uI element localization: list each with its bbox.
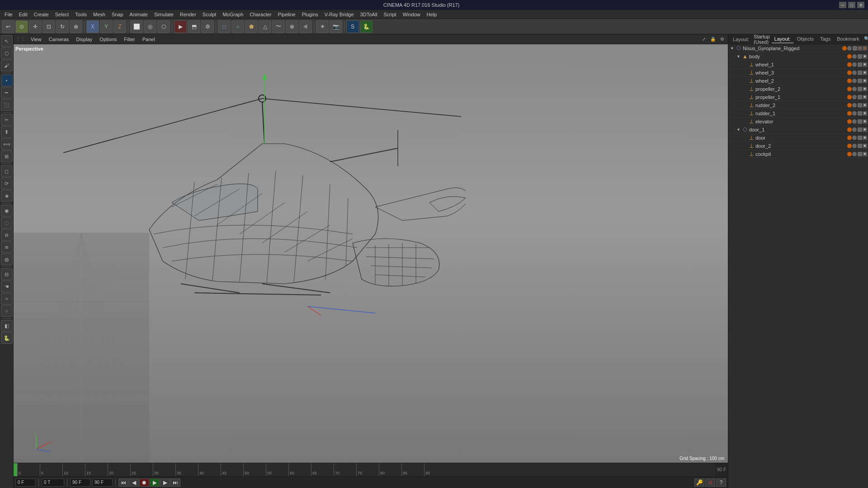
prop2-tag1[interactable] [858, 87, 862, 91]
goto-start-button[interactable]: ⏮ [118, 479, 128, 487]
wheel3-visibility[interactable] [847, 70, 852, 75]
rudder1-tag2[interactable]: ✱ [863, 111, 867, 116]
lt-smear[interactable]: ⊖ [1, 229, 13, 241]
scene-item-rudder2[interactable]: ⊥ rudder_2 ✱ [728, 101, 868, 109]
lt-sculpt[interactable]: ⊟ [1, 268, 13, 280]
lasso-select[interactable]: ◎ [144, 20, 156, 33]
door-visibility[interactable] [847, 136, 852, 140]
scene-item-rudder1[interactable]: ⊥ rudder_1 ✱ [728, 109, 868, 117]
deformer-tool[interactable]: ⫷ [299, 20, 312, 33]
menu-edit[interactable]: Edit [16, 11, 30, 18]
rudder2-visibility[interactable] [847, 103, 852, 108]
light-tool[interactable]: ☀ [316, 20, 329, 33]
menu-pipeline[interactable]: Pipeline [275, 11, 298, 18]
frame-time-input[interactable] [42, 479, 64, 487]
lt-paint[interactable]: 🖌 [1, 60, 13, 71]
layout-value[interactable]: Startup (Used) [754, 34, 769, 45]
lt-extrude[interactable]: ⬆ [1, 126, 13, 138]
scene-item-elevator[interactable]: ⊥ elevator ✱ [728, 117, 868, 126]
render-settings[interactable]: ⚙ [201, 20, 214, 33]
lt-smooth[interactable]: ◌ [1, 217, 13, 229]
rp-tab-edit[interactable]: Objects [794, 35, 816, 43]
lt-magnet[interactable]: ◉ [1, 205, 13, 216]
edge-mode[interactable]: Z [113, 20, 126, 33]
rectangular-select[interactable]: ⬜ [130, 20, 143, 33]
cockpit-tag1[interactable] [858, 152, 862, 156]
lt-path[interactable]: ⟳ [1, 178, 13, 189]
menu-file[interactable]: File [2, 11, 15, 18]
body-tag2[interactable]: ✱ [863, 54, 867, 59]
record-auto-button[interactable]: ⊙ [705, 479, 715, 487]
landscape-primitive[interactable]: △ [259, 20, 271, 33]
lt-wax[interactable]: ○ [1, 305, 13, 317]
rp-tab-layout[interactable]: Layout: [730, 36, 752, 43]
scene-item-wheel2[interactable]: ⊥ wheel_2 ✱ [728, 77, 868, 85]
door2-visibility[interactable] [847, 144, 852, 148]
menu-mesh[interactable]: Mesh [90, 11, 108, 18]
record-button[interactable]: ⏺ [139, 479, 149, 487]
lt-grab[interactable]: ☚ [1, 281, 13, 292]
rudder1-tag1[interactable] [858, 111, 862, 116]
cockpit-tag2[interactable]: ✱ [863, 152, 867, 156]
boole-tool[interactable]: ⊗ [286, 20, 298, 33]
current-frame-input[interactable] [15, 479, 36, 487]
prop1-tag1[interactable] [858, 95, 862, 99]
door-tag1[interactable] [858, 136, 862, 140]
prop2-render[interactable] [852, 87, 857, 91]
elevator-tag1[interactable] [858, 119, 862, 124]
vp-menu-filter[interactable]: Filter [122, 36, 137, 43]
prop1-render[interactable] [852, 95, 857, 99]
rotate-button[interactable]: ↻ [56, 20, 69, 33]
rp-tab-file[interactable]: Layout: [772, 35, 793, 43]
plugin1-button[interactable]: S [346, 20, 359, 33]
rudder1-render[interactable] [852, 111, 857, 116]
point-mode[interactable]: Y [100, 20, 113, 33]
wheel2-render[interactable] [852, 79, 857, 83]
motion-mode-button[interactable]: ? [716, 479, 726, 487]
model-mode[interactable]: X [86, 20, 99, 33]
lt-bevel[interactable]: ◈ [1, 190, 13, 202]
lt-knife[interactable]: ✂ [1, 114, 13, 126]
scene-item-body[interactable]: ▼ ▲ body ✱ [728, 52, 868, 61]
scene-item-door2[interactable]: ⊥ door_2 ✱ [728, 142, 868, 150]
tag-extra2[interactable]: ✱ [863, 46, 867, 51]
scene-item-wheel3[interactable]: ⊥ wheel_3 ✱ [728, 69, 868, 77]
door1-render[interactable] [852, 127, 857, 132]
scene-item-propeller1[interactable]: ⊥ propeller_1 ✱ [728, 93, 868, 101]
elevator-render[interactable] [852, 119, 857, 124]
door2-tag1[interactable] [858, 144, 862, 148]
vp-menu-view[interactable]: View [29, 36, 43, 43]
viewport[interactable]: Perspective [14, 44, 728, 463]
prop1-tag2[interactable]: ✱ [863, 95, 867, 99]
rudder1-visibility[interactable] [847, 111, 852, 116]
lt-crease[interactable]: ≋ [1, 241, 13, 253]
prop2-visibility[interactable] [847, 87, 852, 91]
rp-tab-view[interactable]: Tags [817, 35, 833, 43]
menu-script[interactable]: Script [381, 11, 399, 18]
menu-create[interactable]: Create [31, 11, 52, 18]
key-icon[interactable]: 🔑 [694, 479, 704, 487]
wheel1-render[interactable] [852, 62, 857, 67]
lt-bridge[interactable]: ⟺ [1, 138, 13, 150]
rudder2-render[interactable] [852, 103, 857, 108]
door-render[interactable] [852, 136, 857, 140]
minimize-button[interactable]: ─ [839, 2, 846, 8]
menu-character[interactable]: Character [247, 11, 274, 18]
body-visibility[interactable] [847, 54, 852, 59]
wheel3-tag1[interactable] [858, 70, 862, 75]
maximize-button[interactable]: □ [848, 2, 855, 8]
elevator-visibility[interactable] [847, 119, 852, 124]
menu-tools[interactable]: Tools [72, 11, 90, 18]
vp-lock-icon[interactable]: 🔒 [709, 35, 717, 43]
vp-menu-panel[interactable]: Panel [141, 36, 157, 43]
scene-item-propeller2[interactable]: ⊥ propeller_2 ✱ [728, 85, 868, 93]
scene-item-cockpit[interactable]: ⊥ cockpit ✱ [728, 150, 868, 158]
menu-help[interactable]: Help [424, 11, 440, 18]
wheel1-tag2[interactable]: ✱ [863, 62, 867, 67]
wheel2-visibility[interactable] [847, 79, 852, 83]
menu-select[interactable]: Select [52, 11, 72, 18]
vp-menu-options[interactable]: Options [98, 36, 118, 43]
lt-edges[interactable]: ━ [1, 87, 13, 99]
lt-tweak[interactable]: ⬡ [1, 47, 13, 59]
wheel2-tag1[interactable] [858, 79, 862, 83]
